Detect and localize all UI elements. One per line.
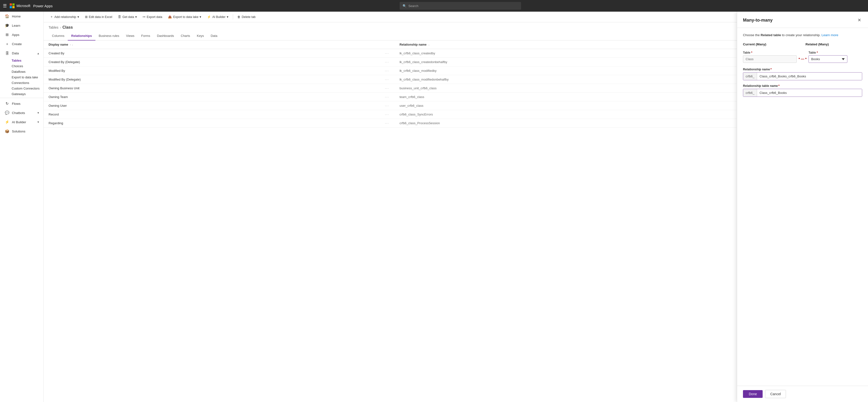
export-data-button[interactable]: ↦ Export data (140, 14, 165, 20)
export-lake-icon: 📤 (168, 15, 172, 19)
sidebar-item-chatbots[interactable]: 💬 Chatbots ▼ (0, 108, 43, 118)
display-name-cell: Modified By (Delegate) (44, 75, 380, 84)
asterisk-connector: * — * (799, 57, 807, 63)
tab-business-rules[interactable]: Business rules (95, 32, 123, 40)
learn-more-link[interactable]: Learn more (822, 33, 838, 37)
sidebar-sub-dataflows[interactable]: Dataflows (0, 69, 43, 74)
add-relationship-label: Add relationship (54, 15, 76, 19)
sidebar-item-solutions[interactable]: 📦 Solutions (0, 127, 43, 136)
relationship-table-group: Relationship table name * crfb6_ (743, 84, 862, 97)
export-icon: ↦ (143, 15, 146, 19)
dash-connector: — (801, 57, 804, 61)
tab-relationships[interactable]: Relationships (68, 32, 95, 40)
ai-builder-toolbar-button[interactable]: ⚡ AI Builder ▾ (205, 14, 231, 20)
sidebar-label-flows: Flows (12, 102, 21, 105)
breadcrumb-tables[interactable]: Tables (49, 26, 58, 29)
delete-icon: 🗑 (238, 15, 241, 19)
row-dots[interactable]: ··· (380, 84, 395, 93)
display-name-cell: Owning Team (44, 93, 380, 101)
related-table-label: Table * (808, 51, 862, 54)
sidebar-sub-gateways[interactable]: Gateways (0, 91, 43, 97)
row-dots[interactable]: ··· (380, 58, 395, 66)
current-table-label: Table * (743, 51, 797, 54)
panel-header: Many-to-many ✕ (737, 12, 868, 28)
current-table-req: * (751, 51, 752, 54)
display-name-cell: Owning User (44, 101, 380, 110)
excel-icon: ⊞ (85, 15, 88, 19)
export-data-lake-button[interactable]: 📤 Export to data lake ▾ (165, 14, 204, 20)
add-relationship-button[interactable]: ＋ Add relationship ▾ (48, 13, 82, 20)
sidebar-label-solutions: Solutions (12, 130, 26, 133)
related-col: Related (Many) (806, 42, 862, 47)
sidebar-sub-export[interactable]: Export to data lake (0, 74, 43, 80)
current-col: Current (Many) (743, 42, 800, 47)
ai-builder-label: AI Builder (212, 15, 225, 19)
sidebar-item-apps[interactable]: ⊞ Apps (0, 30, 43, 39)
row-dots[interactable]: ··· (380, 75, 395, 84)
sidebar-label-learn: Learn (12, 24, 21, 27)
sidebar-sub-tables[interactable]: Tables (0, 58, 43, 63)
sidebar-item-learn[interactable]: 🎓 Learn (0, 21, 43, 30)
create-icon: ＋ (5, 42, 9, 46)
microsoft-logo: Microsoft (10, 3, 30, 8)
sidebar-label-gateways: Gateways (12, 92, 26, 96)
sidebar-label-connections: Connections (12, 81, 29, 85)
tab-columns[interactable]: Columns (49, 32, 68, 40)
sidebar-item-data[interactable]: 🗄 Data ▲ (0, 49, 43, 58)
learn-icon: 🎓 (5, 23, 9, 28)
tab-forms[interactable]: Forms (138, 32, 154, 40)
sidebar-label-chatbots: Chatbots (12, 111, 25, 115)
rel-table-req: * (778, 84, 780, 88)
current-table-value: Class (743, 55, 797, 63)
sidebar-label-choices: Choices (12, 64, 23, 68)
relationship-name-input[interactable] (757, 72, 862, 80)
ai-chevron: ▾ (227, 15, 228, 19)
solutions-icon: 📦 (5, 129, 9, 133)
hamburger-icon[interactable]: ☰ (3, 3, 7, 8)
row-dots[interactable]: ··· (380, 93, 395, 101)
sidebar-item-create[interactable]: ＋ Create (0, 39, 43, 49)
sidebar-item-ai-builder[interactable]: ⚡ AI Builder ▼ (0, 118, 43, 127)
sort-icons-display: ↑ ↓ (70, 43, 73, 46)
edit-data-excel-button[interactable]: ⊞ Edit data in Excel (83, 14, 115, 20)
panel-close-button[interactable]: ✕ (857, 16, 862, 24)
chatbots-expand-icon: ▼ (37, 111, 39, 114)
row-dots[interactable]: ··· (380, 110, 395, 119)
sidebar-sub-custom-connectors[interactable]: Custom Connectors (0, 86, 43, 91)
tab-data[interactable]: Data (207, 32, 221, 40)
relationship-name-label: Relationship name * (743, 68, 862, 71)
sidebar-label-dataflows: Dataflows (12, 70, 26, 73)
home-icon: 🏠 (5, 14, 9, 19)
row-dots[interactable]: ··· (380, 119, 395, 128)
rel-table-prefix: crfb6_ (743, 89, 757, 97)
sidebar-sub-connections[interactable]: Connections (0, 80, 43, 86)
related-table-select[interactable]: BooksAccountsContactsLeads (808, 55, 847, 63)
tab-views[interactable]: Views (123, 32, 138, 40)
row-dots[interactable]: ··· (380, 101, 395, 110)
data-icon: 🗄 (5, 51, 9, 55)
sidebar-label-custom-connectors: Custom Connectors (12, 87, 39, 90)
delete-label: Delete tab (242, 15, 256, 19)
related-col-title: Related (Many) (806, 42, 862, 46)
row-dots[interactable]: ··· (380, 66, 395, 75)
tab-charts[interactable]: Charts (178, 32, 193, 40)
tab-dashboards[interactable]: Dashboards (153, 32, 177, 40)
tab-keys[interactable]: Keys (193, 32, 207, 40)
search-input[interactable] (408, 4, 518, 8)
sidebar-item-home[interactable]: 🏠 Home (0, 12, 43, 21)
done-button[interactable]: Done (743, 390, 763, 398)
relationship-table-input[interactable] (757, 89, 862, 97)
sidebar-label-ai-builder: AI Builder (12, 120, 26, 124)
cancel-button[interactable]: Cancel (765, 390, 786, 398)
get-data-button[interactable]: 🗄 Get data ▾ (116, 14, 140, 20)
current-related-header: Current (Many) Related (Many) (743, 42, 862, 47)
row-dots[interactable]: ··· (380, 49, 395, 58)
relationship-name-group: Relationship name * crfb6_ (743, 68, 862, 80)
breadcrumb-separator: › (60, 26, 61, 29)
col-display-name[interactable]: Display name ↑ ↓ (44, 40, 380, 49)
search-bar[interactable]: 🔍 (400, 2, 521, 10)
chatbots-icon: 💬 (5, 111, 9, 115)
delete-table-button[interactable]: 🗑 Delete tab (235, 14, 258, 20)
sidebar-sub-choices[interactable]: Choices (0, 63, 43, 69)
sidebar-item-flows[interactable]: ↻ Flows (0, 99, 43, 108)
